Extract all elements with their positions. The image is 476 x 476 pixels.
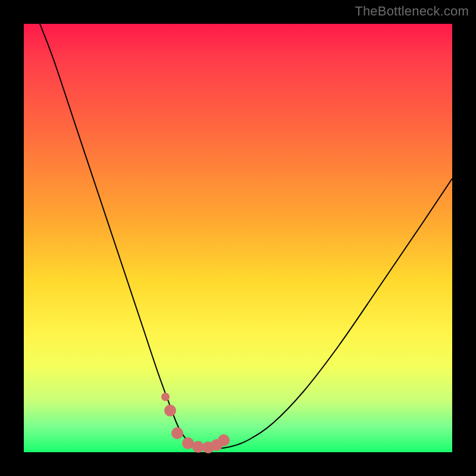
highlight-dot [218,434,230,446]
highlight-dots-group [161,393,230,453]
highlight-dot [192,441,204,453]
highlight-dot [182,437,194,449]
curve-group [40,24,452,449]
highlight-dot [164,405,176,416]
bottleneck-curve [40,24,452,449]
chart-svg [24,24,452,452]
outer-frame: TheBottleneck.com [0,0,476,476]
highlight-dot [171,427,183,439]
highlight-dot [161,393,170,401]
watermark-text: TheBottleneck.com [355,4,469,19]
plot-area [24,24,452,452]
